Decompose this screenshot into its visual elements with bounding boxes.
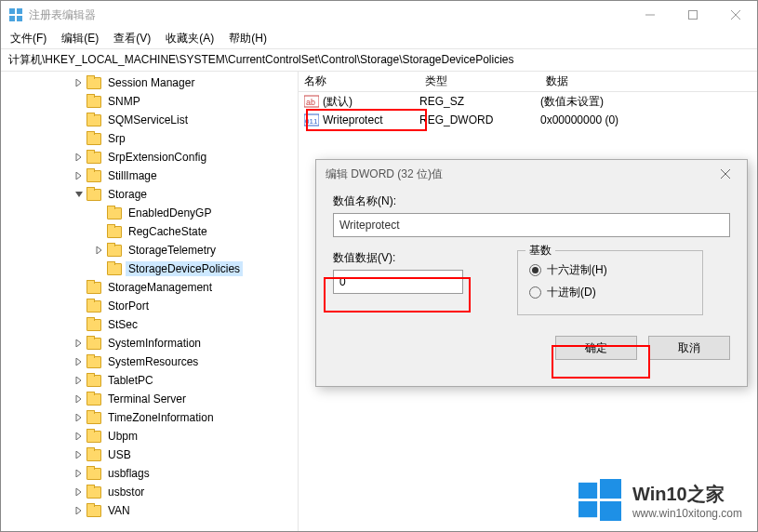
tree-item[interactable]: SystemInformation <box>1 334 298 352</box>
folder-icon <box>86 152 101 164</box>
tree-item[interactable]: StSec <box>1 315 298 334</box>
radio-hex[interactable]: 十六进制(H) <box>529 259 691 281</box>
tree-item[interactable]: Ubpm <box>1 427 298 446</box>
tree-spacer <box>73 114 85 126</box>
chevron-down-icon[interactable] <box>73 189 85 200</box>
folder-icon <box>86 486 101 499</box>
chevron-right-icon[interactable] <box>94 245 105 256</box>
tree-item[interactable]: Storage <box>1 185 298 204</box>
tree-item[interactable]: SQMServiceList <box>1 111 298 129</box>
radio-hex-dot[interactable] <box>529 264 541 276</box>
window-title: 注册表编辑器 <box>29 7 629 23</box>
folder-icon <box>86 300 101 313</box>
tree-item[interactable]: StorageTelemetry <box>1 241 298 259</box>
chevron-right-icon[interactable] <box>73 486 85 498</box>
value-name: (默认) <box>323 94 352 110</box>
watermark-title: Win10之家 <box>632 482 742 507</box>
value-data-label: 数值数据(V): <box>333 250 500 266</box>
tree-item[interactable]: StorageDevicePolicies <box>1 259 298 278</box>
tree-item[interactable]: USB <box>1 446 298 464</box>
folder-icon <box>86 189 101 201</box>
folder-icon <box>86 338 101 350</box>
tree-item[interactable]: Srp <box>1 129 298 148</box>
folder-icon <box>86 282 101 294</box>
tree-item[interactable]: SystemResources <box>1 352 298 371</box>
tree-item[interactable]: Terminal Server <box>1 390 298 408</box>
folder-icon <box>86 431 101 443</box>
chevron-right-icon[interactable] <box>73 505 85 516</box>
tree-item[interactable]: StorPort <box>1 297 298 315</box>
svg-rect-17 <box>600 501 621 521</box>
radio-dec[interactable]: 十进制(D) <box>529 281 691 303</box>
menubar: 文件(F) 编辑(E) 查看(V) 收藏夹(A) 帮助(H) <box>1 29 757 49</box>
cancel-button[interactable]: 取消 <box>648 336 730 360</box>
svg-rect-14 <box>578 483 597 499</box>
value-name-input <box>333 213 730 237</box>
win10-logo-icon <box>578 479 621 522</box>
chevron-right-icon[interactable] <box>73 468 85 479</box>
radio-dec-label: 十进制(D) <box>547 285 596 300</box>
chevron-right-icon[interactable] <box>73 152 85 163</box>
folder-icon <box>86 375 101 387</box>
tree-item[interactable]: TabletPC <box>1 371 298 390</box>
address-bar[interactable]: 计算机\HKEY_LOCAL_MACHINE\SYSTEM\CurrentCon… <box>1 49 757 72</box>
chevron-right-icon[interactable] <box>73 77 85 88</box>
value-type: REG_DWORD <box>419 113 540 126</box>
maximize-button[interactable] <box>672 1 714 29</box>
value-data-input[interactable] <box>333 270 463 294</box>
chevron-right-icon[interactable] <box>73 375 85 386</box>
radio-dec-dot[interactable] <box>529 286 541 299</box>
tree-item[interactable]: VAN <box>1 501 298 520</box>
menu-view[interactable]: 查看(V) <box>108 29 156 48</box>
minimize-button[interactable] <box>629 1 672 29</box>
col-data[interactable]: 数据 <box>540 73 757 89</box>
list-row[interactable]: ab(默认)REG_SZ(数值未设置) <box>299 92 757 111</box>
tree-spacer <box>73 319 85 330</box>
chevron-right-icon[interactable] <box>73 170 85 181</box>
close-button[interactable] <box>714 1 757 29</box>
folder-icon <box>86 319 101 331</box>
tree-item[interactable]: SrpExtensionConfig <box>1 148 298 166</box>
folder-icon <box>107 263 122 275</box>
col-name[interactable]: 名称 <box>299 73 419 89</box>
col-type[interactable]: 类型 <box>419 73 540 89</box>
tree-item[interactable]: usbstor <box>1 483 298 501</box>
window-controls <box>629 1 757 29</box>
folder-icon <box>86 393 101 406</box>
dialog-close-button[interactable] <box>713 162 738 186</box>
menu-help[interactable]: 帮助(H) <box>223 29 273 48</box>
tree-spacer <box>94 207 105 219</box>
menu-favorites[interactable]: 收藏夹(A) <box>160 29 219 48</box>
dword-value-icon: 011 <box>304 113 319 127</box>
tree-item[interactable]: StillImage <box>1 166 298 185</box>
registry-tree[interactable]: Session ManagerSNMPSQMServiceListSrpSrpE… <box>1 72 299 531</box>
folder-icon <box>86 77 101 89</box>
menu-file[interactable]: 文件(F) <box>5 29 52 48</box>
chevron-right-icon[interactable] <box>73 431 85 442</box>
chevron-right-icon[interactable] <box>73 338 85 349</box>
chevron-right-icon[interactable] <box>73 356 85 367</box>
dialog-titlebar[interactable]: 编辑 DWORD (32 位)值 <box>316 160 747 188</box>
menu-edit[interactable]: 编辑(E) <box>56 29 104 48</box>
chevron-right-icon[interactable] <box>73 449 85 460</box>
tree-item[interactable]: SNMP <box>1 92 298 111</box>
tree-item[interactable]: StorageManagement <box>1 278 298 297</box>
chevron-right-icon[interactable] <box>73 412 85 423</box>
tree-item-label: RegCacheState <box>126 224 210 239</box>
ok-button[interactable]: 确定 <box>555 336 637 360</box>
tree-item[interactable]: usbflags <box>1 464 298 483</box>
address-text: 计算机\HKEY_LOCAL_MACHINE\SYSTEM\CurrentCon… <box>8 52 514 68</box>
tree-item[interactable]: TimeZoneInformation <box>1 408 298 427</box>
tree-spacer <box>94 226 105 237</box>
edit-dword-dialog: 编辑 DWORD (32 位)值 数值名称(N): 数值数据(V): 基数 十六… <box>315 159 748 387</box>
tree-item[interactable]: EnabledDenyGP <box>1 204 298 222</box>
svg-rect-15 <box>600 479 621 499</box>
tree-item[interactable]: RegCacheState <box>1 222 298 241</box>
value-type: REG_SZ <box>419 95 540 108</box>
folder-icon <box>86 505 101 517</box>
tree-item[interactable]: Session Manager <box>1 73 298 92</box>
svg-rect-2 <box>9 16 15 21</box>
chevron-right-icon[interactable] <box>73 393 85 405</box>
folder-icon <box>86 96 101 108</box>
list-row[interactable]: 011WriteprotectREG_DWORD0x00000000 (0) <box>299 111 757 129</box>
